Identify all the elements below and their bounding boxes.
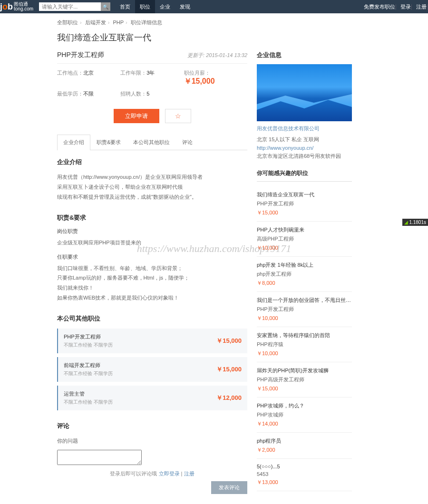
comment-textarea[interactable] <box>57 450 142 465</box>
comment-title: 评论 <box>57 422 247 430</box>
rec-item[interactable]: php程序员￥2,000 <box>257 433 352 459</box>
crumb-php[interactable]: PHP <box>113 19 124 25</box>
rec-item[interactable]: php开发 1年经验 8k以上php开发工程师￥8,000 <box>257 257 352 292</box>
intro-title: 企业介绍 <box>57 158 247 166</box>
rec-item[interactable]: 我们缔造企业互联富一代PHP开发工程师￥15,000 <box>257 186 352 222</box>
nav-jobs[interactable]: 职位 <box>135 0 155 13</box>
tabs: 企业介绍 职责&要求 本公司其他职位 评论 <box>57 135 247 150</box>
salary: ￥15,000 <box>184 77 215 85</box>
search-box: 🔍 <box>39 2 110 11</box>
job-update-time: 更新于: 2015-01-14 13:32 <box>187 52 247 59</box>
login-link[interactable]: 登录 <box>400 3 411 10</box>
breadcrumb: 全部职位› 后端开发› PHP› 职位详细信息 <box>57 19 371 26</box>
tab-other[interactable]: 本公司其他职位 <box>127 135 176 150</box>
company-name[interactable]: 用友优普信息技术有限公司 <box>257 125 352 132</box>
rec-item[interactable]: PHP人才快到碗里来高级PHP工程师￥10,000 <box>257 222 352 257</box>
rec-title: 你可能感兴趣的职位 <box>257 169 352 182</box>
rec-item[interactable]: 安家置纳，等待程序猿们的首陪PHP程序猿￥10,000 <box>257 327 352 362</box>
company-title: 企业信息 <box>257 51 352 59</box>
perf-badge: ◢ 1.1801s <box>402 219 428 226</box>
tab-intro[interactable]: 企业介绍 <box>57 135 90 150</box>
search-input[interactable] <box>39 2 101 11</box>
logo[interactable]: job 图伯通tong.com <box>0 2 33 12</box>
crumb-backend[interactable]: 后端开发 <box>85 19 106 25</box>
apply-button[interactable]: 立即申请 <box>114 109 159 123</box>
nav-discover[interactable]: 发现 <box>175 0 195 13</box>
company-url[interactable]: http://www.yonyouup.cn/ <box>257 145 352 151</box>
rec-item[interactable]: 屌炸天的PHP(简职)开发攻城狮PHP高级开发工程师￥15,000 <box>257 362 352 397</box>
search-button[interactable]: 🔍 <box>101 2 110 11</box>
register-link[interactable]: 注册 <box>416 3 427 10</box>
duty-title: 职责&要求 <box>57 213 247 222</box>
others-title: 本公司其他职位 <box>57 314 247 323</box>
main-nav: 首页 职位 企业 发现 <box>115 0 195 13</box>
page-title: 我们缔造企业互联富一代 <box>57 32 371 43</box>
rec-item[interactable]: 我们是一个开放的创业团答，不甩日丝、都收住，...PHP开发工程师￥10,000 <box>257 292 352 327</box>
nav-company[interactable]: 企业 <box>155 0 175 13</box>
nav-home[interactable]: 首页 <box>115 0 135 13</box>
crumb-current: 职位详细信息 <box>131 19 162 25</box>
tab-comment[interactable]: 评论 <box>176 135 199 150</box>
post-job-link[interactable]: 免费发布职位 <box>364 3 395 10</box>
comment-login[interactable]: 立即登录 <box>159 471 180 476</box>
crumb-all[interactable]: 全部职位 <box>57 19 78 25</box>
other-job-item[interactable]: PHP开发工程师不限工作经验 不限学历￥15,000 <box>57 329 247 353</box>
job-title: PHP开发工程师 <box>57 51 104 59</box>
tab-duty[interactable]: 职责&要求 <box>90 135 127 150</box>
rec-item[interactable]: PHP攻城师，约么？PHP攻城师￥14,000 <box>257 397 352 433</box>
company-logo <box>257 64 352 121</box>
other-job-item[interactable]: 运营主管不限工作经验 不限学历￥12,000 <box>57 386 247 410</box>
other-job-item[interactable]: 前端开发工程师不限工作经验 不限学历￥15,000 <box>57 357 247 382</box>
comment-register[interactable]: 注册 <box>184 471 195 476</box>
submit-comment-button[interactable]: 发表评论 <box>211 481 247 494</box>
rec-item[interactable]: 5(○○○)...55453￥13,000 <box>257 459 352 491</box>
favorite-button[interactable]: ☆ <box>165 109 191 123</box>
